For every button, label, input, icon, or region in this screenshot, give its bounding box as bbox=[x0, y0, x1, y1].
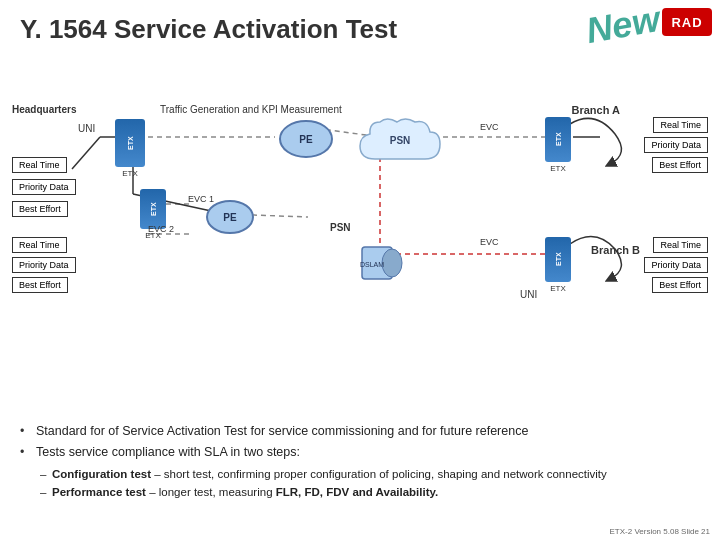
branch-b-etx-box: ETX bbox=[545, 237, 571, 282]
branch-a-besteffort-box: Best Effort bbox=[652, 157, 708, 173]
branch-b-realtime-box: Real Time bbox=[653, 237, 708, 253]
hq-etx2-box: ETX bbox=[140, 189, 166, 229]
branch-b-etx-device: ETX ETX bbox=[545, 237, 571, 293]
hq2-besteffort-box: Best Effort bbox=[12, 277, 68, 293]
bullets-section: Standard for of Service Activation Test … bbox=[20, 423, 700, 502]
pe-bottom-device: PE bbox=[205, 197, 255, 241]
evc-top-label: EVC bbox=[480, 122, 499, 132]
rad-logo: RAD bbox=[662, 8, 712, 36]
branch-a-etx-label: ETX bbox=[550, 164, 566, 173]
hq-realtime-box: Real Time bbox=[12, 157, 67, 173]
hq2-priority-box: Priority Data bbox=[12, 257, 76, 273]
uni-top-label: UNI bbox=[78, 123, 95, 134]
branch-b-besteffort-box: Best Effort bbox=[652, 277, 708, 293]
psn-cloud-svg: PSN bbox=[355, 114, 455, 174]
pe-top-device: PE bbox=[278, 117, 334, 165]
psn-cloud: PSN bbox=[355, 114, 455, 178]
branch-a-realtime-box: Real Time bbox=[653, 117, 708, 133]
branch-b-priority-box: Priority Data bbox=[644, 257, 708, 273]
sub-bullet-2-text: Performance test – longer test, measurin… bbox=[52, 486, 438, 498]
hq-label: Headquarters bbox=[12, 104, 76, 115]
bullet-2-text: Tests service compliance with SLA in two… bbox=[36, 445, 300, 459]
branch-b-label: Branch B bbox=[591, 244, 640, 256]
bullet-1-text: Standard for of Service Activation Test … bbox=[36, 424, 528, 438]
svg-text:PE: PE bbox=[299, 134, 313, 145]
evc2-label: EVC 2 bbox=[148, 224, 174, 234]
traffic-label: Traffic Generation and KPI Measurement bbox=[160, 104, 342, 115]
hq-priority-box: Priority Data bbox=[12, 179, 76, 195]
footer: ETX-2 Version 5.08 Slide 21 bbox=[609, 527, 710, 536]
sub-bullet-1: Configuration test – short test, confirm… bbox=[40, 466, 700, 482]
psn-label: PSN bbox=[330, 222, 351, 233]
hq-besteffort-box: Best Effort bbox=[12, 201, 68, 217]
evc-bottom-label: EVC bbox=[480, 237, 499, 247]
network-diagram: Traffic Generation and KPI Measurement H… bbox=[0, 49, 720, 319]
dslam-device: DSLAM bbox=[358, 239, 406, 291]
branch-a-etx-box: ETX bbox=[545, 117, 571, 162]
uni-bottom-label: UNI bbox=[520, 289, 537, 300]
svg-text:DSLAM: DSLAM bbox=[360, 261, 384, 268]
branch-a-etx-device: ETX ETX bbox=[545, 117, 571, 173]
hq-etx-label: ETX bbox=[122, 169, 138, 178]
sub-bullet-2: Performance test – longer test, measurin… bbox=[40, 484, 700, 500]
hq2-realtime-box: Real Time bbox=[12, 237, 67, 253]
hq-etx-device: ETX ETX bbox=[115, 119, 145, 178]
branch-b-etx-label: ETX bbox=[550, 284, 566, 293]
dslam-svg: DSLAM bbox=[358, 239, 406, 287]
svg-point-23 bbox=[382, 249, 402, 277]
pe-top-svg: PE bbox=[278, 117, 334, 161]
svg-line-6 bbox=[72, 137, 100, 169]
header: Y. 1564 Service Activation Test New RAD bbox=[0, 0, 720, 45]
svg-text:PSN: PSN bbox=[390, 135, 411, 146]
bullet-2: Tests service compliance with SLA in two… bbox=[20, 444, 700, 462]
pe-bottom-svg: PE bbox=[205, 197, 255, 237]
bullet-1: Standard for of Service Activation Test … bbox=[20, 423, 700, 441]
svg-text:PE: PE bbox=[223, 212, 237, 223]
branch-a-priority-box: Priority Data bbox=[644, 137, 708, 153]
sub-bullet-1-text: Configuration test – short test, confirm… bbox=[52, 468, 607, 480]
hq-etx-box: ETX bbox=[115, 119, 145, 167]
branch-a-label: Branch A bbox=[572, 104, 621, 116]
